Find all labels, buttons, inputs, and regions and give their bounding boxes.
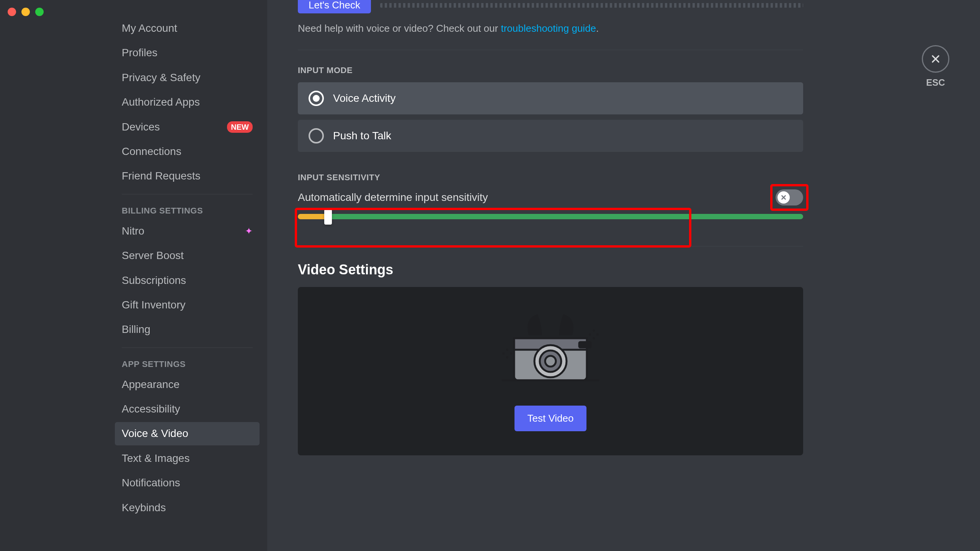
svg-point-8 xyxy=(506,356,508,359)
svg-point-10 xyxy=(593,329,595,332)
svg-point-9 xyxy=(502,352,505,355)
video-preview-panel: Test Video xyxy=(298,287,803,455)
close-settings: ESC xyxy=(922,45,949,88)
settings-content: Let's Check Need help with voice or vide… xyxy=(267,0,980,551)
esc-label: ESC xyxy=(926,77,945,88)
sidebar-item-appearance[interactable]: Appearance xyxy=(115,373,260,396)
slider-track-below-threshold xyxy=(298,214,328,219)
sidebar-item-label: My Account xyxy=(122,21,177,35)
slider-thumb[interactable] xyxy=(324,209,332,225)
sidebar-item-billing[interactable]: Billing xyxy=(115,318,260,341)
sidebar-item-server-boost[interactable]: Server Boost xyxy=(115,244,260,267)
input-mode-push-to-talk[interactable]: Push to Talk xyxy=(298,120,803,152)
sidebar-item-label: Keybinds xyxy=(122,501,166,515)
sensitivity-slider[interactable] xyxy=(298,214,803,219)
sidebar-item-label: Appearance xyxy=(122,378,180,391)
sidebar-item-label: Privacy & Safety xyxy=(122,71,200,85)
slider-track-above-threshold xyxy=(328,214,803,219)
sidebar-item-privacy-safety[interactable]: Privacy & Safety xyxy=(115,66,260,89)
settings-sidebar: My Account Profiles Privacy & Safety Aut… xyxy=(0,0,267,551)
radio-icon xyxy=(309,91,324,106)
sidebar-item-label: Notifications xyxy=(122,476,180,490)
sidebar-item-devices[interactable]: Devices NEW xyxy=(115,116,260,139)
svg-point-13 xyxy=(589,333,591,336)
auto-sensitivity-toggle[interactable] xyxy=(776,189,803,205)
mic-test-row: Let's Check xyxy=(298,0,803,13)
sidebar-item-label: Connections xyxy=(122,145,181,158)
radio-icon xyxy=(309,128,324,143)
nitro-icon: ✦ xyxy=(245,225,253,237)
sidebar-item-friend-requests[interactable]: Friend Requests xyxy=(115,165,260,187)
sidebar-item-text-images[interactable]: Text & Images xyxy=(115,447,260,470)
input-sensitivity-label: INPUT SENSITIVITY xyxy=(298,173,803,183)
new-badge: NEW xyxy=(227,121,253,133)
sidebar-header-billing: BILLING SETTINGS xyxy=(115,201,260,218)
settings-window: My Account Profiles Privacy & Safety Aut… xyxy=(0,0,980,551)
sidebar-item-notifications[interactable]: Notifications xyxy=(115,471,260,494)
svg-point-6 xyxy=(506,349,508,351)
help-text: Need help with voice or video? Check out… xyxy=(298,23,803,34)
sidebar-divider xyxy=(122,194,253,194)
sidebar-item-voice-video[interactable]: Voice & Video xyxy=(115,422,260,445)
sidebar-item-my-account[interactable]: My Account xyxy=(115,17,260,40)
radio-label: Voice Activity xyxy=(333,92,395,104)
sidebar-item-authorized-apps[interactable]: Authorized Apps xyxy=(115,91,260,114)
window-traffic-lights xyxy=(8,8,44,16)
camera-illustration-icon xyxy=(487,311,614,388)
sidebar-item-nitro[interactable]: Nitro ✦ xyxy=(115,220,260,243)
svg-rect-2 xyxy=(579,342,591,347)
window-zoom-button[interactable] xyxy=(35,8,44,16)
help-text-prefix: Need help with voice or video? Check out… xyxy=(298,23,501,34)
close-settings-button[interactable] xyxy=(922,45,949,73)
sidebar-divider xyxy=(122,347,253,348)
lets-check-button[interactable]: Let's Check xyxy=(298,0,371,13)
sidebar-item-label: Authorized Apps xyxy=(122,95,200,109)
sidebar-item-label: Server Boost xyxy=(122,249,184,262)
svg-point-7 xyxy=(510,352,512,355)
test-video-button[interactable]: Test Video xyxy=(514,406,587,431)
window-minimize-button[interactable] xyxy=(21,8,30,16)
help-text-suffix: . xyxy=(596,23,599,34)
sidebar-item-label: Devices xyxy=(122,120,160,134)
section-divider xyxy=(298,50,803,50)
radio-label: Push to Talk xyxy=(333,130,391,142)
sidebar-item-label: Accessibility xyxy=(122,402,180,416)
sidebar-item-label: Subscriptions xyxy=(122,274,186,287)
sidebar-item-label: Friend Requests xyxy=(122,169,200,183)
sidebar-item-label: Gift Inventory xyxy=(122,298,186,312)
sensitivity-slider-container xyxy=(298,214,803,219)
input-mode-label: INPUT MODE xyxy=(298,65,803,75)
sidebar-header-app: APP SETTINGS xyxy=(115,354,260,372)
troubleshooting-link[interactable]: troubleshooting guide xyxy=(501,23,596,34)
sidebar-item-label: Voice & Video xyxy=(122,427,188,440)
sidebar-item-label: Text & Images xyxy=(122,452,189,465)
close-icon xyxy=(929,53,942,65)
toggle-knob xyxy=(777,191,790,204)
svg-point-11 xyxy=(596,333,599,336)
sidebar-item-accessibility[interactable]: Accessibility xyxy=(115,398,260,421)
video-settings-title: Video Settings xyxy=(298,262,803,278)
sidebar-item-connections[interactable]: Connections xyxy=(115,140,260,163)
sidebar-item-keybinds[interactable]: Keybinds xyxy=(115,496,260,519)
sidebar-item-profiles[interactable]: Profiles xyxy=(115,41,260,64)
section-divider xyxy=(298,246,803,246)
auto-sensitivity-label: Automatically determine input sensitivit… xyxy=(298,191,488,204)
svg-point-5 xyxy=(545,356,556,367)
sidebar-item-label: Billing xyxy=(122,323,150,336)
sidebar-item-label: Nitro xyxy=(122,224,144,238)
window-close-button[interactable] xyxy=(8,8,16,16)
sidebar-item-subscriptions[interactable]: Subscriptions xyxy=(115,269,260,292)
toggle-off-icon xyxy=(780,194,787,201)
input-mode-voice-activity[interactable]: Voice Activity xyxy=(298,82,803,114)
mic-level-indicator xyxy=(380,3,803,8)
svg-point-12 xyxy=(593,337,595,339)
sidebar-item-gift-inventory[interactable]: Gift Inventory xyxy=(115,293,260,316)
auto-sensitivity-row: Automatically determine input sensitivit… xyxy=(298,189,803,205)
sidebar-item-label: Profiles xyxy=(122,46,157,60)
